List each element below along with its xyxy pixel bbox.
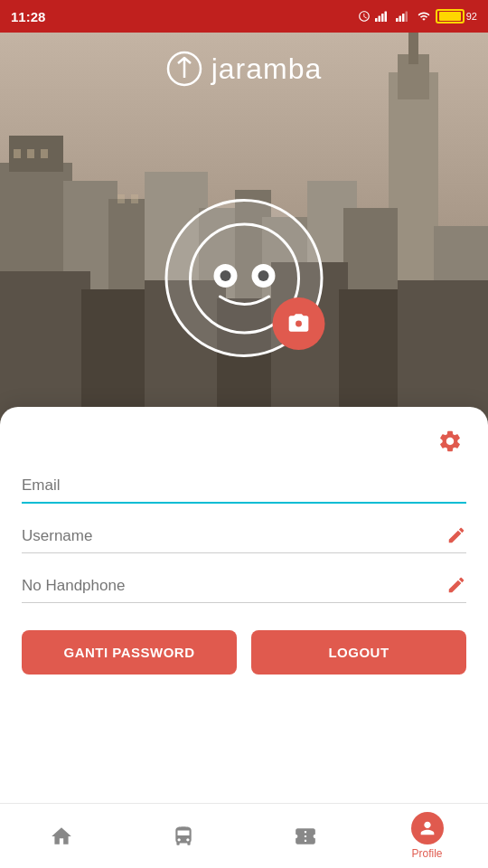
logo-icon bbox=[166, 51, 202, 87]
svg-rect-27 bbox=[131, 194, 138, 203]
profile-icon-wrap bbox=[411, 812, 444, 844]
button-row: GANTI PASSWORD LOGOUT bbox=[22, 630, 466, 675]
svg-rect-25 bbox=[41, 149, 48, 158]
phone-input[interactable] bbox=[22, 570, 466, 603]
svg-point-40 bbox=[258, 270, 268, 281]
settings-icon-row bbox=[22, 425, 466, 460]
email-input[interactable] bbox=[22, 469, 466, 504]
svg-rect-2 bbox=[381, 14, 384, 22]
status-bar: 11:28 92 bbox=[0, 0, 488, 33]
nav-item-ticket[interactable] bbox=[244, 817, 366, 855]
status-icons: 92 bbox=[358, 9, 477, 24]
svg-rect-1 bbox=[378, 16, 380, 23]
bus-icon-wrap bbox=[172, 825, 195, 848]
username-input[interactable] bbox=[22, 520, 466, 553]
profile-avatar-circle bbox=[411, 812, 444, 844]
nav-item-profile[interactable]: Profile bbox=[366, 805, 488, 867]
svg-point-39 bbox=[220, 270, 230, 281]
email-field-group bbox=[22, 469, 466, 504]
camera-button[interactable] bbox=[273, 297, 325, 350]
svg-rect-23 bbox=[14, 149, 21, 158]
profile-nav-label: Profile bbox=[411, 847, 442, 860]
nav-item-home[interactable] bbox=[0, 817, 122, 855]
wifi-icon bbox=[417, 10, 431, 23]
ticket-icon-wrap bbox=[294, 825, 317, 848]
phone-edit-icon[interactable] bbox=[446, 575, 466, 599]
settings-button[interactable] bbox=[434, 425, 466, 460]
hero-section: jaramba bbox=[0, 0, 488, 434]
signal-icon bbox=[375, 10, 391, 23]
signal2-icon bbox=[396, 10, 412, 23]
username-field-group bbox=[22, 520, 466, 553]
white-card: GANTI PASSWORD LOGOUT bbox=[0, 407, 488, 803]
battery-indicator: 92 bbox=[436, 9, 477, 24]
svg-rect-5 bbox=[399, 16, 401, 23]
gear-icon bbox=[437, 429, 463, 454]
svg-rect-7 bbox=[405, 12, 408, 23]
avatar-container bbox=[165, 199, 324, 357]
home-icon-wrap bbox=[50, 825, 73, 848]
logo-text: jaramba bbox=[211, 52, 323, 86]
avatar-circle bbox=[165, 199, 324, 357]
username-edit-icon[interactable] bbox=[446, 525, 466, 549]
status-time: 11:28 bbox=[11, 9, 45, 24]
profile-person-icon bbox=[418, 818, 437, 838]
svg-rect-4 bbox=[396, 18, 399, 22]
svg-rect-3 bbox=[384, 12, 387, 23]
edit-pencil-icon bbox=[446, 525, 466, 545]
bottom-nav: Profile bbox=[0, 803, 488, 868]
home-icon bbox=[50, 825, 73, 848]
camera-icon bbox=[287, 312, 311, 335]
edit-pencil-icon-2 bbox=[446, 575, 466, 595]
svg-rect-26 bbox=[117, 194, 125, 203]
phone-field-group bbox=[22, 570, 466, 603]
svg-rect-24 bbox=[27, 149, 34, 158]
svg-rect-0 bbox=[375, 18, 378, 22]
logo-container: jaramba bbox=[0, 51, 488, 87]
svg-rect-6 bbox=[402, 14, 405, 22]
change-password-button[interactable]: GANTI PASSWORD bbox=[22, 630, 237, 675]
nav-item-bus[interactable] bbox=[122, 817, 244, 855]
alarm-icon bbox=[358, 10, 371, 23]
ticket-icon bbox=[294, 825, 317, 848]
logout-button[interactable]: LOGOUT bbox=[251, 630, 466, 675]
bus-icon bbox=[172, 825, 195, 848]
